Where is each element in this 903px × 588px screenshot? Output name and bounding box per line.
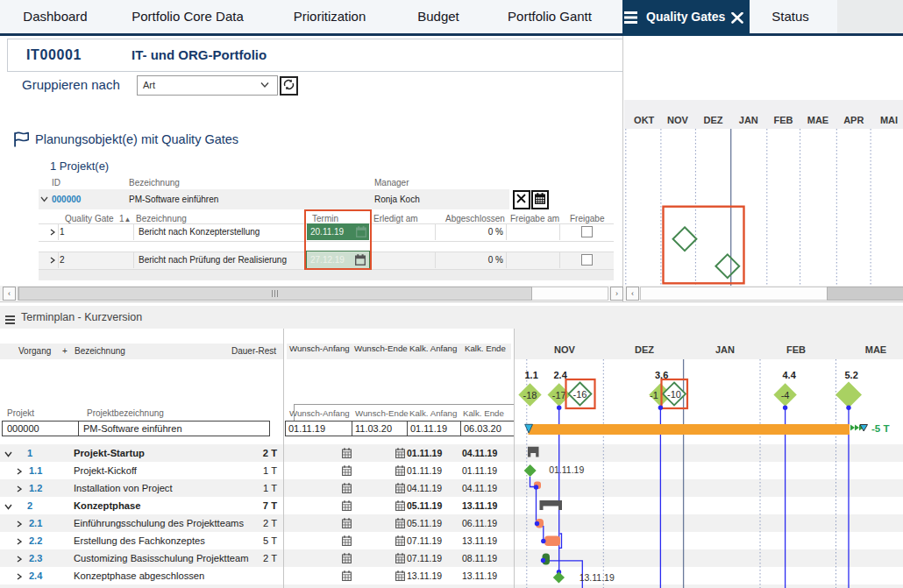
svg-text:1.1: 1.1: [525, 370, 538, 380]
svg-text:OKT: OKT: [634, 115, 655, 125]
svg-text:FEB: FEB: [774, 115, 793, 125]
svg-text:4.4: 4.4: [783, 370, 797, 380]
svg-text:-18: -18: [523, 390, 537, 400]
svg-text:01.11.19: 01.11.19: [549, 464, 584, 475]
svg-text:-1: -1: [650, 390, 658, 400]
svg-text:NOV: NOV: [667, 115, 689, 125]
svg-text:13.11.19: 13.11.19: [579, 572, 615, 583]
svg-text:-17: -17: [552, 390, 566, 400]
svg-text:-5 T: -5 T: [871, 423, 889, 434]
svg-text:MAE: MAE: [807, 115, 828, 125]
svg-text:5.2: 5.2: [845, 370, 858, 380]
svg-text:MAI: MAI: [880, 115, 898, 125]
svg-text:-4: -4: [781, 390, 790, 400]
svg-text:APR: APR: [843, 115, 864, 125]
svg-text:DEZ: DEZ: [704, 115, 723, 125]
svg-text:-10: -10: [667, 389, 681, 400]
svg-text:-16: -16: [573, 389, 587, 400]
svg-text:JAN: JAN: [739, 115, 758, 125]
